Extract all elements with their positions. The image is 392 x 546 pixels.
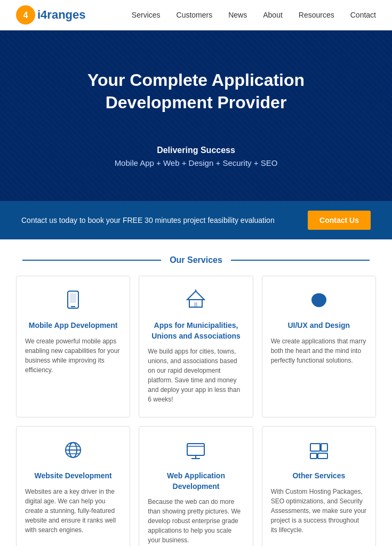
service-card-uiux: UI/UX and Design We create applications … bbox=[262, 276, 376, 417]
svg-text:4: 4 bbox=[23, 11, 28, 20]
muni-icon bbox=[148, 289, 244, 315]
service-title-webapp: Web Application Development bbox=[148, 471, 244, 492]
svg-marker-6 bbox=[187, 291, 204, 300]
service-card-webapp: Web Application Development Because the … bbox=[139, 426, 253, 546]
hero-overlay bbox=[0, 30, 392, 201]
service-title-web: Website Development bbox=[25, 471, 121, 481]
nav-customers[interactable]: Customers bbox=[177, 11, 213, 19]
svg-rect-20 bbox=[310, 453, 317, 459]
section-divider-left bbox=[22, 260, 161, 261]
service-title-mobile: Mobile App Development bbox=[25, 320, 121, 331]
logo[interactable]: 4 i4ranges bbox=[16, 5, 86, 25]
hero-title: Your Complete Application Development Pr… bbox=[63, 69, 330, 114]
service-title-uiux: UI/UX and Design bbox=[271, 320, 367, 331]
svg-rect-14 bbox=[187, 444, 204, 455]
main-nav: Services Customers News About Resources … bbox=[132, 11, 376, 19]
svg-rect-18 bbox=[310, 444, 320, 451]
nav-about[interactable]: About bbox=[263, 11, 283, 19]
nav-contact[interactable]: Contact bbox=[350, 11, 376, 19]
nav-resources[interactable]: Resources bbox=[299, 11, 334, 19]
service-desc-web: Websites are a key driver in the digital… bbox=[25, 487, 121, 535]
service-desc-muni: We build apps for cities, towns, unions,… bbox=[148, 347, 244, 404]
service-card-other: Other Services With Custom Hosting Packa… bbox=[262, 426, 376, 546]
services-section-header: Our Services bbox=[11, 255, 381, 265]
cta-banner-text: Contact us today to book your FREE 30 mi… bbox=[21, 216, 275, 224]
svg-rect-4 bbox=[70, 293, 76, 303]
logo-icon: 4 bbox=[16, 5, 35, 25]
cta-banner: Contact us today to book your FREE 30 mi… bbox=[0, 201, 392, 239]
svg-rect-8 bbox=[194, 302, 197, 307]
service-title-other: Other Services bbox=[271, 471, 367, 481]
uiux-icon bbox=[271, 289, 367, 315]
hero-subtitle: Delivering Success bbox=[157, 146, 235, 155]
logo-text: i4ranges bbox=[37, 8, 86, 22]
service-desc-webapp: Because the web can do more than showing… bbox=[148, 497, 244, 545]
service-card-mobile: Mobile App Development We create powerfu… bbox=[16, 276, 130, 417]
service-desc-other: With Custom Hosting Packages, SEO optimi… bbox=[271, 487, 367, 535]
nav-services[interactable]: Services bbox=[132, 11, 161, 19]
section-divider-right bbox=[231, 260, 370, 261]
service-card-web: Website Development Websites are a key d… bbox=[16, 426, 130, 546]
service-card-muni: Apps for Municipalities, Unions and Asso… bbox=[139, 276, 253, 417]
other-icon bbox=[271, 439, 367, 465]
services-grid: Mobile App Development We create powerfu… bbox=[0, 276, 392, 546]
service-desc-uiux: We create applications that marry both t… bbox=[271, 336, 367, 365]
svg-rect-21 bbox=[318, 453, 327, 459]
contact-us-button[interactable]: Contact Us bbox=[308, 211, 371, 230]
nav-news[interactable]: News bbox=[228, 11, 247, 19]
webapp-icon bbox=[148, 439, 244, 465]
web-icon bbox=[25, 439, 121, 465]
service-title-muni: Apps for Municipalities, Unions and Asso… bbox=[148, 320, 244, 341]
services-title: Our Services bbox=[170, 255, 222, 265]
mobile-icon bbox=[25, 289, 121, 315]
hero-tagline: Mobile App + Web + Design + Security + S… bbox=[115, 158, 278, 167]
header: 4 i4ranges Services Customers News About… bbox=[0, 0, 392, 30]
svg-rect-19 bbox=[321, 444, 327, 451]
service-desc-mobile: We create powerful mobile apps enabling … bbox=[25, 336, 121, 375]
hero-section: Your Complete Application Development Pr… bbox=[0, 30, 392, 201]
